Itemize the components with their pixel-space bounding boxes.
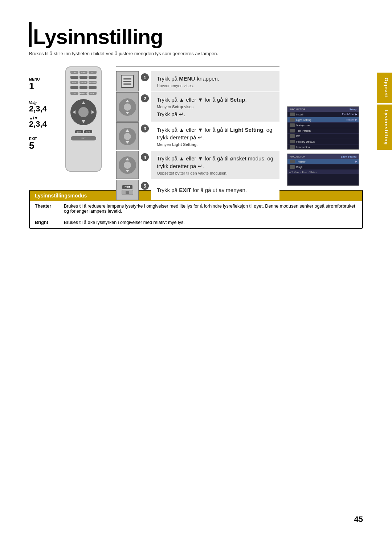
screen1-icon-7 [290, 145, 295, 149]
menu-label-group: MENU 1 [29, 77, 40, 91]
dpad-icon-3 [119, 128, 136, 145]
screen1-label-6: Factory Default [296, 140, 357, 143]
step-1-number: 1 [141, 73, 149, 81]
step-2-number: 2 [141, 94, 149, 102]
sidebar-tabs: Oppsett Lysinnstilling [377, 73, 392, 150]
screen1: PROJECTOR Setup Install Front-Floor ▶ Li… [287, 106, 359, 150]
screen1-title: Setup [350, 108, 356, 111]
screen1-row-1: Install Front-Floor ▶ [287, 112, 359, 117]
dpad-up-4 [126, 158, 129, 160]
screen1-row-2: Light Setting Theater ▶ [287, 117, 359, 123]
dpad-center-3 [124, 133, 131, 140]
screen2-footer-text: ▲▼ Move ↵ Enter ⤶ Return [289, 171, 317, 173]
screen1-value-2: Theater ▶ [346, 118, 357, 121]
info-row-bright: Bright Brukes til å øke lysstyrken i omg… [30, 217, 362, 228]
step-5-number-col: 5 [139, 180, 151, 200]
step-2-row: 2 Trykk på ▲ eller ▼ for å gå til Setup.… [116, 92, 279, 122]
section-divider [116, 66, 279, 67]
dpad-down-3 [126, 141, 129, 144]
title-bar-decoration [29, 22, 32, 47]
step-3-number-col: 3 [139, 122, 151, 150]
remote-illustration: COMP.1 COMP. PC PSIZE P.MODE CUSTOM [58, 66, 109, 183]
screen2-icon-2 [290, 165, 295, 169]
dpad-up-3 [126, 129, 129, 132]
screen1-icon-3 [290, 123, 295, 127]
step-2-number-col: 2 [139, 92, 151, 122]
info-desc-theater: Brukes til å redusere lampens lysstyrke … [59, 201, 362, 217]
dpad-down-4 [126, 170, 129, 172]
info-mode-theater: Theater [30, 201, 59, 217]
step-2-icon [116, 92, 139, 122]
screen1-container: PROJECTOR Setup Install Front-Floor ▶ Li… [287, 106, 363, 150]
page-title: Lysinnstilling [33, 26, 163, 47]
screen1-icon-1 [290, 113, 295, 116]
screen1-label-3: V-Keystone [296, 124, 357, 127]
screen2-container: PROJECTOR Light Setting Theater ▶ Bright [287, 154, 363, 186]
exit-icon-group: EXIT [122, 185, 133, 195]
screen1-icon-2 [290, 118, 295, 122]
steps-left: 1 Trykk på MENU-knappen. Hovedmenyen vis… [116, 66, 279, 183]
step-1-number-col: 1 [139, 71, 151, 91]
steps-and-screens: 1 Trykk på MENU-knappen. Hovedmenyen vis… [116, 66, 363, 183]
page-subtitle: Brukes til å stille inn lysheten i bilde… [29, 51, 363, 56]
info-table: Theater Brukes til å redusere lampens ly… [30, 201, 362, 228]
dpad-center [124, 103, 131, 111]
screen2-row-2: Bright [287, 164, 359, 170]
screen2-icon-1 [290, 160, 295, 163]
step-2-main2: Trykk på ↵. [157, 110, 274, 118]
screen2-footer: ▲▼ Move ↵ Enter ⤶ Return [287, 170, 359, 174]
screen2-row-1: Theater ▶ [287, 159, 359, 164]
page-container: Oppsett Lysinnstilling Lysinnstilling Br… [0, 0, 392, 535]
step-2-content: Trykk på ▲ eller ▼ for å gå til Setup. M… [151, 92, 279, 122]
screen2-title: Light Setting [341, 155, 356, 158]
screen1-row-6: Factory Default [287, 139, 359, 144]
exit-icon-inner [126, 191, 129, 194]
step-3-icon [116, 122, 139, 150]
screen2: PROJECTOR Light Setting Theater ▶ Bright [287, 154, 359, 186]
screen1-label-2: Light Setting [296, 118, 346, 122]
screen2-value-1: ▶ [355, 160, 357, 163]
menu-line-3 [123, 83, 131, 85]
step-4-number-col: 4 [139, 151, 151, 179]
step-3-main: Trykk på ▲ eller ▼ for å gå til Light Se… [157, 126, 274, 141]
step-1-icon [116, 71, 139, 91]
dpad-up [126, 100, 129, 102]
step-5-main: Trykk på EXIT for å gå ut av menyen. [157, 186, 274, 194]
screen1-icon-5 [290, 134, 295, 138]
screen1-row-3: V-Keystone [287, 123, 359, 128]
exit-label-group: EXIT 5 [29, 137, 37, 150]
exit-label-badge: EXIT [122, 185, 132, 189]
step-4-main: Trykk på ▲ eller ▼ for å gå til ønsket m… [157, 155, 274, 170]
step-5-icon: EXIT [116, 180, 139, 200]
screen2-device: PROJECTOR [290, 155, 305, 158]
screen1-device: PROJECTOR [290, 108, 305, 111]
dpad-center-4 [124, 162, 131, 169]
screen1-header: PROJECTOR Setup [287, 107, 359, 112]
screen1-label-4: Test Pattern [296, 129, 357, 132]
screens-right: PROJECTOR Setup Install Front-Floor ▶ Li… [287, 66, 363, 183]
page-number: 45 [354, 515, 363, 524]
arrow-label-group: ▲/▼ 2,3,4 [29, 116, 47, 128]
step-4-icon [116, 151, 139, 179]
step-3-row: 3 Trykk på ▲ eller ▼ for å gå til Light … [116, 122, 279, 150]
info-row-theater: Theater Brukes til å redusere lampens ly… [30, 201, 362, 217]
screen1-row-5: PC [287, 134, 359, 139]
velg-label-group: Velg 2,3,4 [29, 101, 47, 113]
step-5-row: EXIT 5 Trykk på EXIT for å gå ut av meny… [116, 180, 279, 200]
step-1-main: Trykk på MENU-knappen. [157, 75, 274, 82]
screen1-row-7: Information [287, 144, 359, 150]
step-4-row: 4 Trykk på ▲ eller ▼ for å gå til ønsket… [116, 151, 279, 179]
screen1-label-5: PC [296, 135, 357, 138]
step-5-number: 5 [141, 182, 149, 190]
step-1-content: Trykk på MENU-knappen. Hovedmenyen vises… [151, 71, 279, 91]
step-2-sub: Menyen Setup vises. [157, 105, 274, 109]
screen1-icon-6 [290, 140, 295, 143]
page-title-section: Lysinnstilling [29, 22, 363, 47]
screen1-label-7: Information [296, 146, 357, 149]
step-3-sub: Menyen Light Setting. [157, 142, 274, 147]
step-4-number: 4 [141, 153, 149, 161]
step-3-number: 3 [141, 124, 149, 132]
exit-button-rect [122, 190, 133, 195]
step-5-content: Trykk på EXIT for å gå ut av menyen. [151, 180, 279, 200]
step-1-sub: Hovedmenyen vises. [157, 83, 274, 88]
